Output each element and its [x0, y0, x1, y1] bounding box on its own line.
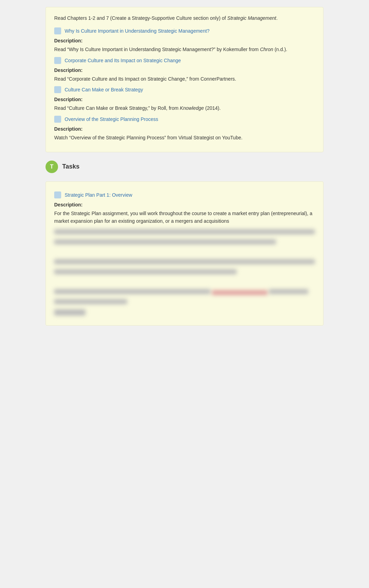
resource-link-3[interactable]: Culture Can Make or Break Strategy: [65, 87, 143, 92]
resource-icon-3: [54, 86, 61, 93]
description-label-1: Description:: [54, 38, 315, 43]
description-text-2: Read “Corporate Culture and Its Impact o…: [54, 75, 315, 83]
blurred-content-block: [54, 229, 315, 316]
resource-link-4[interactable]: Overview of the Strategic Planning Proce…: [65, 116, 158, 122]
task-icon: [54, 191, 61, 198]
tasks-icon: T: [46, 161, 58, 173]
task-description-label: Description:: [54, 202, 315, 207]
description-text-3: Read “Culture Can Make or Break Strategy…: [54, 104, 315, 112]
tasks-title: Tasks: [62, 163, 80, 170]
reading-content-card: Read Chapters 1-2 and 7 (Create a Strate…: [46, 7, 323, 152]
resource-item-3: Culture Can Make or Break Strategy: [54, 86, 315, 93]
resource-link-2[interactable]: Corporate Culture and Its Impact on Stra…: [65, 58, 181, 63]
description-text-4: Watch “Overview of the Strategic Plannin…: [54, 134, 315, 141]
resource-item-4: Overview of the Strategic Planning Proce…: [54, 116, 315, 123]
resource-link-1[interactable]: Why Is Culture Important in Understandin…: [65, 28, 210, 34]
intro-text: Read Chapters 1-2 and 7 (Create a Strate…: [54, 14, 315, 22]
page-container: Read Chapters 1-2 and 7 (Create a Strate…: [0, 0, 369, 588]
tasks-header: T Tasks: [46, 161, 323, 176]
tasks-card: Strategic Plan Part 1: Overview Descript…: [46, 181, 323, 326]
resource-item-1: Why Is Culture Important in Understandin…: [54, 27, 315, 34]
task-description-text: For the Strategic Plan assignment, you w…: [54, 210, 315, 225]
description-label-3: Description:: [54, 97, 315, 102]
description-label-2: Description:: [54, 67, 315, 73]
resource-item-2: Corporate Culture and Its Impact on Stra…: [54, 57, 315, 64]
resource-icon-2: [54, 57, 61, 64]
description-text-1: Read “Why Is Culture Important in Unders…: [54, 46, 315, 53]
resource-icon-4: [54, 116, 61, 123]
task-item: Strategic Plan Part 1: Overview: [54, 191, 315, 198]
resource-icon-1: [54, 27, 61, 34]
description-label-4: Description:: [54, 126, 315, 132]
task-link[interactable]: Strategic Plan Part 1: Overview: [65, 192, 132, 198]
